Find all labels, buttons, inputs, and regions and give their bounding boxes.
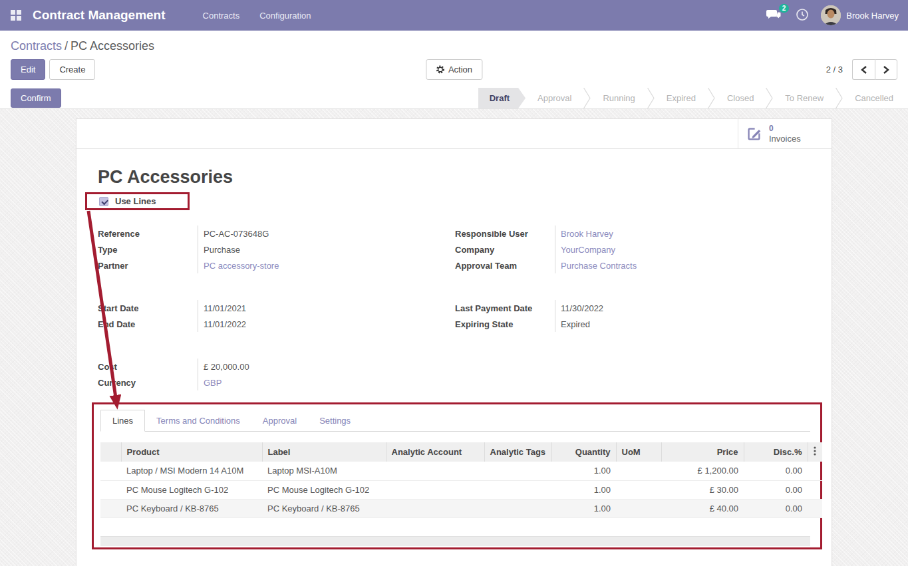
field-value-company-link[interactable]: YourCompany xyxy=(555,241,812,257)
breadcrumb-contracts-link[interactable]: Contracts xyxy=(11,39,62,53)
create-button[interactable]: Create xyxy=(49,59,95,80)
lines-table-header: Product Label Analytic Account Analytic … xyxy=(100,442,822,462)
apps-grid-icon[interactable] xyxy=(11,10,22,21)
cell-quantity[interactable]: 1.00 xyxy=(551,462,616,480)
app-title[interactable]: Contract Management xyxy=(33,8,166,23)
stage-running[interactable]: Running xyxy=(591,88,647,108)
form-sheet: 0 Invoices PC Accessories Use Lines Refe… xyxy=(76,118,832,566)
field-value-end-date: 11/01/2022 xyxy=(198,316,455,332)
field-label-company: Company xyxy=(455,245,555,255)
column-disc[interactable]: Disc.% xyxy=(744,442,808,462)
cell-quantity[interactable]: 1.00 xyxy=(551,499,616,517)
stage-approval[interactable]: Approval xyxy=(526,88,583,108)
edit-pencil-square-icon xyxy=(745,125,763,143)
cell-disc[interactable]: 0.00 xyxy=(744,480,808,499)
confirm-button[interactable]: Confirm xyxy=(11,88,61,108)
action-button[interactable]: Action xyxy=(426,59,482,80)
field-value-currency-link[interactable]: GBP xyxy=(198,374,455,390)
row-handle[interactable] xyxy=(100,499,121,517)
menu-configuration[interactable]: Configuration xyxy=(259,11,311,21)
cell-analytic-tags[interactable] xyxy=(484,462,551,480)
column-handle xyxy=(100,442,121,462)
menu-contracts[interactable]: Contracts xyxy=(203,11,240,21)
field-value-expiring-state: Expired xyxy=(555,316,812,332)
cell-price[interactable]: £ 30.00 xyxy=(661,480,744,499)
use-lines-checkbox[interactable] xyxy=(99,197,108,206)
clock-icon xyxy=(796,8,809,21)
cell-analytic-tags[interactable] xyxy=(484,480,551,499)
field-value-partner-link[interactable]: PC accessory-store xyxy=(198,257,455,273)
record-title: PC Accessories xyxy=(98,167,810,188)
cell-disc[interactable]: 0.00 xyxy=(744,462,808,480)
user-menu[interactable]: Brook Harvey xyxy=(821,5,899,25)
cell-analytic-account[interactable] xyxy=(386,480,484,499)
lines-annotation-box: Lines Terms and Conditions Approval Sett… xyxy=(92,402,822,549)
stage-separator-icon xyxy=(647,88,655,108)
pager-next-button[interactable] xyxy=(875,59,897,80)
field-value-responsible-user-link[interactable]: Brook Harvey xyxy=(555,225,812,241)
chevron-right-icon xyxy=(883,66,889,74)
tab-terms-and-conditions[interactable]: Terms and Conditions xyxy=(145,410,251,431)
tab-lines[interactable]: Lines xyxy=(100,410,145,432)
row-handle[interactable] xyxy=(100,480,121,499)
edit-button[interactable]: Edit xyxy=(11,59,45,80)
column-uom[interactable]: UoM xyxy=(616,442,661,462)
cell-uom[interactable] xyxy=(616,499,661,517)
cell-label[interactable]: Laptop MSI-A10M xyxy=(262,462,386,480)
column-label[interactable]: Label xyxy=(262,442,386,462)
table-row[interactable]: PC Keyboard / KB-8765 PC Keyboard / KB-8… xyxy=(100,499,822,517)
field-value-approval-team-link[interactable]: Purchase Contracts xyxy=(555,257,812,273)
stage-separator-icon xyxy=(708,88,715,108)
cell-analytic-tags[interactable] xyxy=(484,499,551,517)
column-price[interactable]: Price xyxy=(661,442,744,462)
use-lines-label: Use Lines xyxy=(115,196,156,206)
field-label-end-date: End Date xyxy=(98,319,198,329)
table-row[interactable]: PC Mouse Logitech G-102 PC Mouse Logitec… xyxy=(100,480,822,499)
cell-uom[interactable] xyxy=(616,480,661,499)
row-handle[interactable] xyxy=(100,462,121,480)
stage-draft[interactable]: Draft xyxy=(478,88,526,108)
messages-button[interactable]: 2 xyxy=(766,8,784,23)
cell-quantity[interactable]: 1.00 xyxy=(551,480,616,499)
gear-icon xyxy=(436,65,444,74)
avatar xyxy=(821,5,841,25)
cell-label[interactable]: PC Keyboard / KB-8765 xyxy=(262,499,386,517)
activities-button[interactable] xyxy=(796,8,809,23)
pager-previous-button[interactable] xyxy=(852,59,875,80)
user-name: Brook Harvey xyxy=(846,11,899,21)
field-label-start-date: Start Date xyxy=(98,303,198,313)
field-label-currency: Currency xyxy=(98,378,198,388)
column-quantity[interactable]: Quantity xyxy=(551,442,616,462)
control-panel: Edit Create Action 2 / 3 xyxy=(0,53,908,88)
table-row[interactable]: Laptop / MSI Modern 14 A10M Laptop MSI-A… xyxy=(100,462,822,480)
invoices-count: 0 xyxy=(769,124,801,134)
cell-analytic-account[interactable] xyxy=(386,499,484,517)
stage-cancelled[interactable]: Cancelled xyxy=(843,88,908,108)
cell-uom[interactable] xyxy=(616,462,661,480)
cell-label[interactable]: PC Mouse Logitech G-102 xyxy=(262,480,386,499)
invoices-stat-button[interactable]: 0 Invoices xyxy=(738,119,832,148)
tab-approval[interactable]: Approval xyxy=(251,410,308,431)
field-label-last-payment-date: Last Payment Date xyxy=(455,303,555,313)
lines-table: Product Label Analytic Account Analytic … xyxy=(100,442,822,536)
column-toggle-button[interactable] xyxy=(808,442,822,462)
column-product[interactable]: Product xyxy=(121,442,262,462)
empty-row xyxy=(100,517,822,536)
cell-product[interactable]: Laptop / MSI Modern 14 A10M xyxy=(121,462,262,480)
cell-product[interactable]: PC Keyboard / KB-8765 xyxy=(121,499,262,517)
cell-disc[interactable]: 0.00 xyxy=(744,499,808,517)
column-analytic-tags[interactable]: Analytic Tags xyxy=(484,442,551,462)
field-value-start-date: 11/01/2021 xyxy=(198,300,455,316)
cell-product[interactable]: PC Mouse Logitech G-102 xyxy=(121,480,262,499)
cell-analytic-account[interactable] xyxy=(386,462,484,480)
field-label-partner: Partner xyxy=(98,261,198,271)
stage-to-renew[interactable]: To Renew xyxy=(773,88,835,108)
stage-separator-icon xyxy=(835,88,843,108)
invoices-label: Invoices xyxy=(769,134,801,144)
stage-expired[interactable]: Expired xyxy=(655,88,708,108)
cell-price[interactable]: £ 40.00 xyxy=(661,499,744,517)
stage-closed[interactable]: Closed xyxy=(715,88,766,108)
cell-price[interactable]: £ 1,200.00 xyxy=(661,462,744,480)
column-analytic-account[interactable]: Analytic Account xyxy=(386,442,484,462)
tab-settings[interactable]: Settings xyxy=(308,410,362,431)
